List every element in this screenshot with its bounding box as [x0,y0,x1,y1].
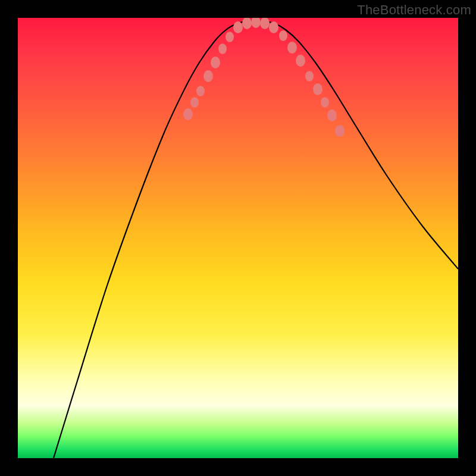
curve-marker [269,21,278,33]
curve-marker [242,18,252,29]
curve-marker [313,83,322,95]
curve-marker [260,18,270,29]
curve-marker [211,57,220,68]
curve-marker [296,55,305,67]
curve-marker [218,43,227,54]
bottleneck-curve [54,20,458,458]
curve-marker [183,108,193,120]
curve-markers [183,18,345,137]
curve-marker [251,18,261,28]
curve-marker [190,97,199,108]
curve-marker [287,42,297,54]
curve-marker [321,97,329,108]
curve-marker [196,86,205,96]
watermark-text: TheBottleneck.com [357,2,471,18]
curve-marker [226,32,234,42]
curve-marker [279,30,287,41]
curve-layer [18,18,458,458]
gradient-plot-area [18,18,458,458]
curve-marker [305,71,314,82]
curve-marker [203,70,213,82]
chart-frame: TheBottleneck.com [0,0,476,476]
curve-marker [327,109,337,121]
curve-marker [335,125,345,137]
curve-marker [233,21,243,33]
